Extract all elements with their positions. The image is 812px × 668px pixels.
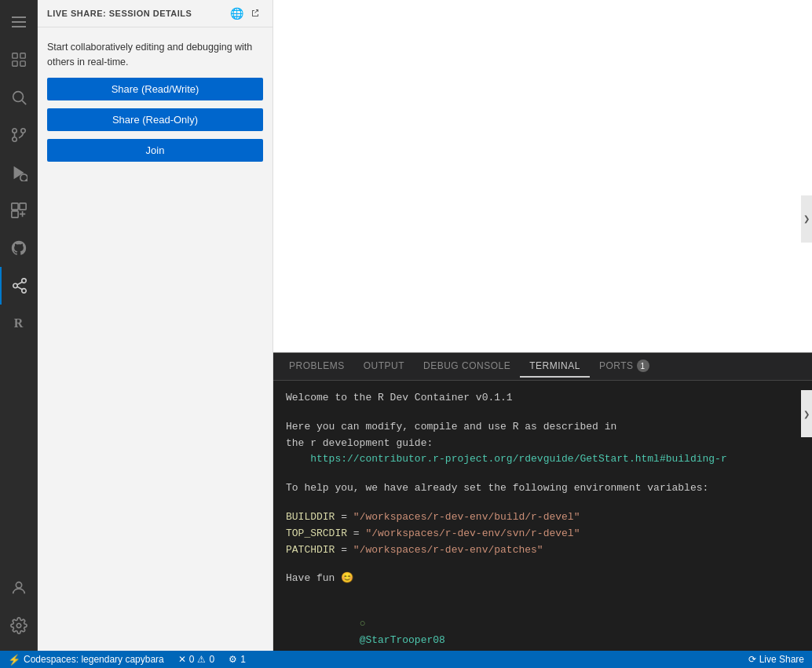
prompt-user: @StarTrooper08 <box>360 634 445 646</box>
svg-point-10 <box>12 129 16 133</box>
svg-point-21 <box>16 582 21 588</box>
share-readwrite-button[interactable]: Share (Read/Write) <box>47 78 263 100</box>
tab-output[interactable]: OUTPUT <box>354 356 414 378</box>
status-bar: ⚡ Codespaces: legendary capybara ✕ 0 ⚠ 0… <box>0 651 812 668</box>
tab-debug-console[interactable]: DEBUG CONSOLE <box>414 356 520 378</box>
side-panel: LIVE SHARE: SESSION DETAILS 🌐 Start coll… <box>38 0 273 651</box>
liveshare-status[interactable]: ⟳ Live Share <box>745 651 807 668</box>
share-readonly-button[interactable]: Share (Read-Only) <box>47 108 263 131</box>
svg-rect-2 <box>12 26 26 27</box>
account-icon[interactable] <box>0 569 38 607</box>
side-panel-content: Start collaboratively editing and debugg… <box>38 27 272 174</box>
svg-rect-17 <box>11 211 17 217</box>
svg-point-7 <box>13 92 23 102</box>
panel-tabs: PROBLEMS OUTPUT DEBUG CONSOLE TERMINAL P… <box>273 353 812 381</box>
terminal-blank <box>286 558 799 571</box>
menu-icon[interactable] <box>0 3 38 41</box>
svg-rect-0 <box>12 16 26 18</box>
editor-main <box>273 0 812 352</box>
panel: PROBLEMS OUTPUT DEBUG CONSOLE TERMINAL P… <box>273 352 812 651</box>
main-area: R LIVE SHARE: SESSI <box>0 0 812 651</box>
terminal-line: Welcome to the R Dev Container v0.1.1 <box>286 390 799 407</box>
ports-count: 1 <box>240 654 246 665</box>
side-panel-title: LIVE SHARE: SESSION DETAILS <box>47 9 192 18</box>
search-icon[interactable] <box>0 78 38 116</box>
svg-rect-15 <box>11 203 17 210</box>
svg-line-8 <box>22 100 26 104</box>
ports-status[interactable]: ⚙ 1 <box>225 651 249 668</box>
terminal-line: the r development guide: <box>286 436 799 452</box>
liveshare-sidebar-icon[interactable] <box>0 267 38 305</box>
description-text: Start collaboratively editing and debugg… <box>47 40 263 70</box>
collapse-terminal-arrow[interactable]: ❯ <box>801 390 812 437</box>
activity-bar-bottom <box>0 569 38 651</box>
side-panel-icons: 🌐 <box>229 5 263 21</box>
run-debug-icon[interactable] <box>0 154 38 192</box>
join-button[interactable]: Join <box>47 139 263 162</box>
globe-icon[interactable]: 🌐 <box>229 5 244 21</box>
terminal-link[interactable]: https://contributor.r-project.org/rdevgu… <box>310 453 727 465</box>
r-lang-icon[interactable]: R <box>0 305 38 342</box>
terminal-blank <box>286 587 799 600</box>
liveshare-label: Live Share <box>759 654 804 665</box>
tab-ports[interactable]: PORTS1 <box>590 355 659 378</box>
tab-terminal[interactable]: TERMINAL <box>520 356 590 378</box>
svg-rect-1 <box>12 21 26 23</box>
svg-rect-6 <box>20 61 24 66</box>
error-count: 0 <box>189 654 195 665</box>
terminal-have-fun: Have fun 😊 <box>286 571 799 587</box>
warning-count: 0 <box>209 654 214 665</box>
ports-badge: 1 <box>637 360 649 372</box>
codespaces-label: Codespaces: legendary capybara <box>24 654 164 665</box>
svg-point-9 <box>12 137 16 142</box>
terminal-content[interactable]: Welcome to the R Dev Container v0.1.1 He… <box>273 381 812 651</box>
svg-point-22 <box>16 623 21 628</box>
activity-bar-top: R <box>0 3 38 569</box>
terminal-var-patchdir: PATCHDIR = "/workspaces/r-dev-env/patche… <box>286 542 799 559</box>
app-container: R LIVE SHARE: SESSI <box>0 0 812 668</box>
terminal-blank <box>286 497 799 509</box>
codespaces-icon: ⚡ <box>8 654 20 666</box>
ports-icon: ⚙ <box>229 654 237 665</box>
terminal-line: Here you can modify, compile and use R a… <box>286 419 799 436</box>
svg-rect-4 <box>20 53 24 58</box>
svg-point-19 <box>13 283 17 288</box>
liveshare-icon: ⟳ <box>748 654 756 665</box>
codespaces-status[interactable]: ⚡ Codespaces: legendary capybara <box>5 651 167 668</box>
terminal-prompt: ○ @StarTrooper08 → /workspaces/r-dev-env… <box>286 600 799 651</box>
terminal-line: To help you, we have already set the fol… <box>286 480 799 497</box>
svg-rect-3 <box>12 53 16 58</box>
github-icon[interactable] <box>0 229 38 267</box>
prompt-circle-icon: ○ <box>360 618 366 630</box>
svg-marker-12 <box>13 166 24 180</box>
source-control-icon[interactable] <box>0 116 38 154</box>
settings-icon[interactable] <box>0 607 38 644</box>
errors-status[interactable]: ✕ 0 ⚠ 0 <box>175 651 218 668</box>
activity-bar: R <box>0 0 38 651</box>
open-external-icon[interactable] <box>247 5 263 21</box>
error-icon: ✕ <box>178 654 186 665</box>
terminal-var-srcdir: TOP_SRCDIR = "/workspaces/r-dev-env/svn/… <box>286 526 799 542</box>
warning-icon: ⚠ <box>197 654 206 665</box>
terminal-link-line: https://contributor.r-project.org/rdevgu… <box>286 451 799 468</box>
svg-point-11 <box>20 129 25 133</box>
collapse-panel-arrow[interactable]: ❯ <box>801 195 812 243</box>
editor-wrapper: ❯ ❯ PROBLEMS OUTPUT DEBUG CONSOLE TERMIN… <box>273 0 812 651</box>
extensions-icon[interactable] <box>0 192 38 229</box>
terminal-blank <box>286 468 799 480</box>
terminal-blank <box>286 407 799 419</box>
svg-rect-16 <box>19 203 25 210</box>
tab-problems[interactable]: PROBLEMS <box>280 356 354 378</box>
explorer-icon[interactable] <box>0 41 38 78</box>
svg-rect-5 <box>12 61 16 66</box>
side-panel-header: LIVE SHARE: SESSION DETAILS 🌐 <box>38 0 272 27</box>
terminal-var-builddir: BUILDDIR = "/workspaces/r-dev-env/build/… <box>286 509 799 526</box>
